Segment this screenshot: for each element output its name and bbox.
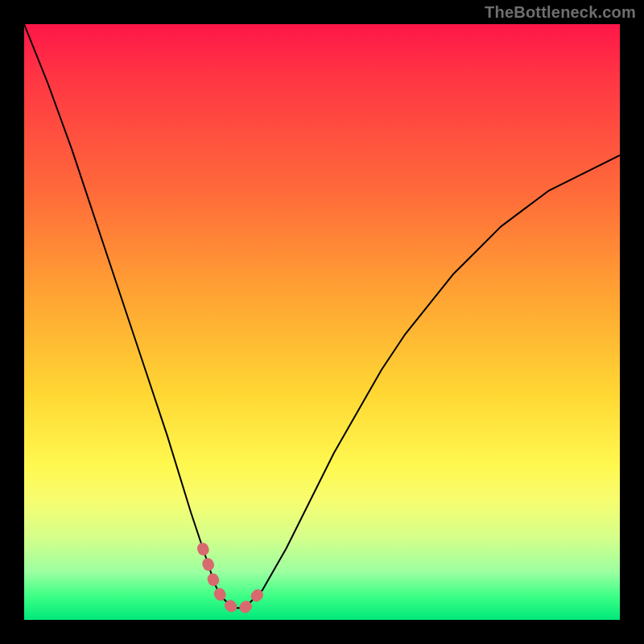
plot-area (24, 24, 620, 620)
chart-frame: TheBottleneck.com (0, 0, 644, 644)
bottleneck-curve (24, 24, 620, 608)
watermark-text: TheBottleneck.com (485, 3, 636, 22)
highlight-segment (203, 548, 262, 608)
curve-svg (24, 24, 620, 620)
